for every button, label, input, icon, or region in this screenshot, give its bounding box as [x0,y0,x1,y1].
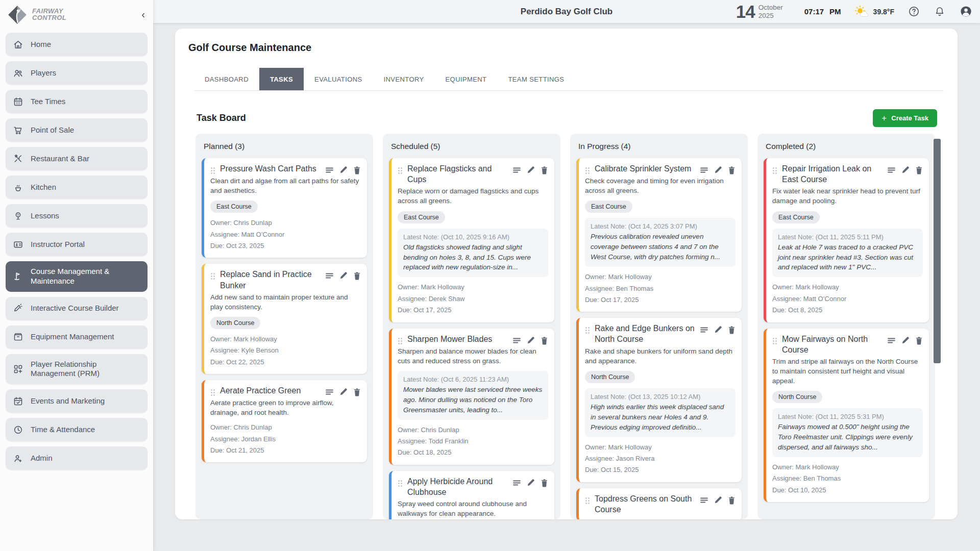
tab-evaluations[interactable]: EVALUATIONS [304,68,373,90]
drag-handle-icon[interactable] [585,167,590,174]
notes-icon[interactable] [887,336,896,345]
edit-icon[interactable] [339,271,348,280]
task-title: Calibrate Sprinkler System [595,163,700,174]
edit-icon[interactable] [527,479,535,487]
drag-handle-icon[interactable] [398,337,403,345]
drag-handle-icon[interactable] [585,497,590,505]
task-card[interactable]: Topdress Greens on South Course [576,488,742,519]
task-title: Replace Flagsticks and Cups [407,163,512,185]
notes-icon[interactable] [325,166,334,174]
delete-icon[interactable] [353,271,361,280]
tab-equipment[interactable]: EQUIPMENT [435,68,498,90]
task-meta: Owner: Mark HollowayAssignee: Ben Thomas… [772,462,923,496]
edit-icon[interactable] [901,336,910,345]
edit-icon[interactable] [714,325,722,334]
clock-meridiem: PM [829,7,841,16]
delete-icon[interactable] [915,336,923,345]
delete-icon[interactable] [915,166,923,174]
delete-icon[interactable] [728,166,736,174]
task-assignee: Assignee: Derek Shaw [398,293,548,305]
latest-note: Latest Note: (Oct 11, 2025 5:11 PM)Leak … [772,229,923,278]
task-card[interactable]: Rake and Edge Bunkers on North CourseRak… [576,318,742,482]
sidebar-item-restaurant-bar[interactable]: Restaurant & Bar [6,147,148,170]
drag-handle-icon[interactable] [398,167,403,174]
tab-team-settings[interactable]: TEAM SETTINGS [497,68,575,90]
sidebar-item-time-attendance[interactable]: Time & Attendance [6,418,148,441]
course-tag: East Course [772,211,820,223]
tab-tasks[interactable]: TASKS [259,68,304,90]
help-icon[interactable] [908,5,920,18]
edit-icon[interactable] [527,336,535,345]
task-owner: Owner: Mark Holloway [585,442,736,453]
task-card[interactable]: Aerate Practice GreenAerate practice gre… [202,380,367,462]
account-avatar-icon[interactable] [959,5,973,18]
sidebar-collapse-icon[interactable]: ‹ [141,9,145,19]
sidebar-item-course-management-maintenance[interactable]: Course Management & Maintenance [6,261,148,292]
course-tag: North Course [210,317,260,329]
edit-icon[interactable] [901,166,910,174]
task-card[interactable]: Replace Flagsticks and CupsReplace worn … [389,158,554,322]
sidebar-item-players[interactable]: Players [6,61,148,85]
notes-icon[interactable] [512,479,521,487]
notes-icon[interactable] [512,336,521,345]
task-card[interactable]: Mow Fairways on North CourseTrim and str… [764,329,929,503]
drag-handle-icon[interactable] [210,272,215,280]
board-scrollbar-thumb[interactable] [934,139,941,363]
drag-handle-icon[interactable] [210,167,215,174]
delete-icon[interactable] [541,166,548,174]
delete-icon[interactable] [541,336,548,345]
drag-handle-icon[interactable] [210,389,215,396]
task-card[interactable]: Calibrate Sprinkler SystemCheck coverage… [576,158,742,312]
latest-note: Latest Note: (Oct 6, 2025 11:23 AM)Mower… [398,371,548,420]
notifications-bell-icon[interactable] [934,6,946,18]
task-card[interactable]: Pressure Wash Cart PathsClean dirt and a… [202,158,367,258]
sidebar-item-events-and-marketing[interactable]: Events and Marketing [6,389,148,413]
task-card[interactable]: Apply Herbicide Around ClubhouseSpray we… [389,471,554,519]
notes-icon[interactable] [325,388,334,396]
notes-icon[interactable] [325,271,334,280]
sidebar-item-player-relationship-management-prm[interactable]: Player Relationship Management (PRM) [6,354,148,385]
sidebar-item-tee-times[interactable]: Tee Times [6,90,148,113]
sidebar-item-kitchen[interactable]: Kitchen [6,176,148,199]
sidebar-item-label: Restaurant & Bar [31,154,89,164]
drag-handle-icon[interactable] [772,167,777,174]
create-task-button[interactable]: + Create Task [873,109,937,127]
delete-icon[interactable] [728,325,736,334]
delete-icon[interactable] [353,388,361,396]
sidebar-item-instructor-portal[interactable]: Instructor Portal [6,233,148,256]
note-text: Fairways mowed at 0.500" height using th… [778,422,917,453]
drag-handle-icon[interactable] [772,337,777,345]
task-meta: Owner: Mark HollowayAssignee: Jason Rive… [585,442,736,476]
tab-dashboard[interactable]: DASHBOARD [194,68,259,90]
drag-handle-icon[interactable] [398,480,403,487]
delete-icon[interactable] [353,166,361,174]
task-title: Mow Fairways on North Course [782,334,887,355]
notes-icon[interactable] [700,496,708,505]
tab-inventory[interactable]: INVENTORY [373,68,435,90]
task-meta: Owner: Chris DunlapAssignee: Matt O’Conn… [210,217,361,252]
task-card[interactable]: Replace Sand in Practice BunkerAdd new s… [202,264,367,374]
delete-icon[interactable] [728,496,736,505]
edit-icon[interactable] [339,388,348,396]
sidebar-item-home[interactable]: Home [6,33,148,56]
edit-icon[interactable] [714,496,722,505]
edit-icon[interactable] [339,166,348,174]
task-description: Add new sand to maintain proper texture … [210,292,361,312]
sidebar-item-point-of-sale[interactable]: Point of Sale [6,118,148,142]
main-panel: Golf Course Maintenance DASHBOARDTASKSEV… [175,29,958,519]
board-column-completed-2: Completed (2)Repair Irrigation Leak on E… [757,134,935,519]
notes-icon[interactable] [700,166,708,174]
sidebar-item-lessons[interactable]: Lessons [6,204,148,228]
sidebar-item-equipment-management[interactable]: Equipment Management [6,325,148,349]
drag-handle-icon[interactable] [585,327,590,334]
edit-icon[interactable] [714,166,722,174]
sidebar-item-admin[interactable]: Admin [6,446,148,470]
task-card[interactable]: Repair Irrigation Leak on East CourseFix… [764,158,929,322]
notes-icon[interactable] [887,166,896,174]
edit-icon[interactable] [527,166,535,174]
delete-icon[interactable] [541,479,548,487]
notes-icon[interactable] [700,325,708,334]
notes-icon[interactable] [512,166,521,174]
sidebar-item-interactive-course-builder[interactable]: Interactive Course Builder [6,297,148,320]
task-card[interactable]: Sharpen Mower BladesSharpen and balance … [389,329,554,465]
